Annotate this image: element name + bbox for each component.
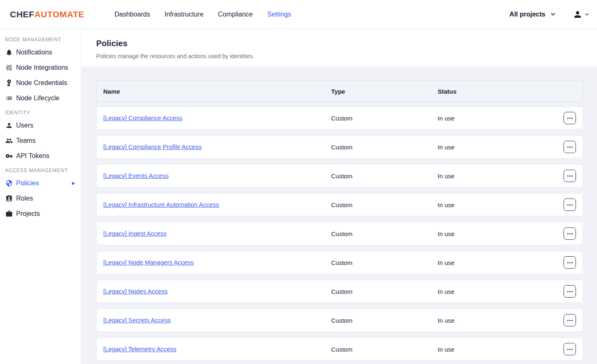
policy-name-link[interactable]: [Legacy] Events Access xyxy=(103,172,168,179)
policy-type: Custom xyxy=(331,144,438,151)
policy-name-link[interactable]: [Legacy] Compliance Access xyxy=(103,114,182,121)
table-row: [Legacy] Infrastructure Automation Acces… xyxy=(96,193,583,216)
policies-table-body: [Legacy] Compliance Access Custom In use… xyxy=(96,106,583,361)
sidebar-item-node-credentials[interactable]: Node Credentials xyxy=(0,75,81,90)
sidebar-item-teams[interactable]: Teams xyxy=(0,133,81,148)
bell-icon xyxy=(5,48,13,57)
policy-status: In use xyxy=(438,115,564,122)
table-row: [Legacy] Compliance Profile Access Custo… xyxy=(96,135,583,158)
policy-type: Custom xyxy=(331,230,438,237)
key-icon xyxy=(5,152,13,160)
nav-settings[interactable]: Settings xyxy=(267,11,291,18)
sidebar-item-roles[interactable]: Roles xyxy=(0,191,81,206)
sidebar-item-label: Projects xyxy=(16,210,40,217)
table-row: [Legacy] Secrets Access Custom In use xyxy=(96,309,583,332)
user-avatar-icon xyxy=(573,9,583,19)
primary-nav: Dashboards Infrastructure Compliance Set… xyxy=(114,11,291,18)
policy-type: Custom xyxy=(331,288,438,295)
sidebar-item-label: Node Lifecycle xyxy=(16,95,59,102)
sidebar-item-node-lifecycle[interactable]: Node Lifecycle xyxy=(0,90,81,106)
people-icon xyxy=(5,137,13,145)
sidebar-item-notifications[interactable]: Notifications xyxy=(0,45,81,60)
policy-status: In use xyxy=(438,259,564,266)
row-more-options-button[interactable] xyxy=(564,314,576,326)
policy-type: Custom xyxy=(331,317,438,324)
row-more-options-button[interactable] xyxy=(564,141,576,153)
person-icon xyxy=(5,121,13,130)
projects-filter-label: All projects xyxy=(509,11,545,18)
row-more-options-button[interactable] xyxy=(564,170,576,182)
sidebar-item-api-tokens[interactable]: API Tokens xyxy=(0,148,81,163)
policies-table-header: Name Type Status xyxy=(96,80,583,102)
table-row: [Legacy] Events Access Custom In use xyxy=(96,164,583,187)
row-more-options-button[interactable] xyxy=(564,112,576,124)
chevron-down-icon xyxy=(585,13,589,16)
policy-status: In use xyxy=(438,173,564,180)
sidebar-item-users[interactable]: Users xyxy=(0,118,81,133)
logo-chef-text: CHEF xyxy=(10,9,34,19)
sidebar-section-access-management: ACCESS MANAGEMENT xyxy=(5,165,81,175)
row-more-options-button[interactable] xyxy=(564,343,576,355)
row-more-options-button[interactable] xyxy=(564,227,576,240)
column-header-type: Type xyxy=(331,88,438,95)
policy-status: In use xyxy=(438,346,564,353)
policy-status: In use xyxy=(438,144,564,151)
row-more-options-button[interactable] xyxy=(564,256,576,269)
policy-status: In use xyxy=(438,317,564,324)
policy-type: Custom xyxy=(331,115,438,122)
nav-dashboards[interactable]: Dashboards xyxy=(114,11,150,18)
column-header-status: Status xyxy=(438,88,564,95)
policy-name-link[interactable]: [Legacy] Compliance Profile Access xyxy=(103,143,201,150)
settings-sidebar: NODE MANAGEMENT Notifications Node Integ… xyxy=(0,29,81,364)
table-row: [Legacy] Nodes Access Custom In use xyxy=(96,280,583,303)
policy-name-link[interactable]: [Legacy] Infrastructure Automation Acces… xyxy=(103,201,219,208)
more-options-icon xyxy=(567,175,573,177)
policy-name-link[interactable]: [Legacy] Ingest Access xyxy=(103,230,166,237)
sidebar-item-label: Notifications xyxy=(16,49,52,56)
projects-filter-dropdown[interactable]: All projects xyxy=(509,11,555,18)
policy-type: Custom xyxy=(331,346,438,353)
policy-name-link[interactable]: [Legacy] Node Managers Access xyxy=(103,259,194,266)
sidebar-item-label: Node Credentials xyxy=(16,79,67,87)
sidebar-item-node-integrations[interactable]: Node Integrations xyxy=(0,60,81,75)
shield-icon xyxy=(5,179,13,187)
policy-name-link[interactable]: [Legacy] Telemetry Access xyxy=(103,345,176,352)
policy-name-link[interactable]: [Legacy] Nodes Access xyxy=(103,288,168,295)
sidebar-item-label: Roles xyxy=(16,195,33,202)
row-more-options-button[interactable] xyxy=(564,199,576,211)
sidebar-item-label: Node Integrations xyxy=(16,64,68,71)
more-options-icon xyxy=(567,262,573,263)
sliders-icon xyxy=(5,64,13,72)
user-menu[interactable] xyxy=(573,9,589,19)
page-description: Policies manage the resources and action… xyxy=(96,53,597,59)
sidebar-item-label: Teams xyxy=(16,137,36,144)
column-header-name: Name xyxy=(103,88,331,95)
sidebar-item-policies[interactable]: Policies ▶ xyxy=(0,175,81,191)
table-row: [Legacy] Compliance Access Custom In use xyxy=(96,106,583,130)
page-header: Policies Policies manage the resources a… xyxy=(82,29,597,66)
sidebar-item-label: Users xyxy=(16,122,33,129)
more-options-icon xyxy=(567,320,573,321)
row-more-options-button[interactable] xyxy=(564,285,576,298)
more-options-icon xyxy=(567,291,573,292)
sidebar-item-label: Policies xyxy=(16,180,39,187)
nav-infrastructure[interactable]: Infrastructure xyxy=(165,11,204,18)
table-row: [Legacy] Ingest Access Custom In use xyxy=(96,222,583,245)
nav-compliance[interactable]: Compliance xyxy=(218,11,253,18)
sidebar-item-label: API Tokens xyxy=(16,152,50,160)
more-options-icon xyxy=(567,147,573,148)
key-vertical-icon xyxy=(5,79,13,87)
chef-automate-logo[interactable]: CHEFAUTOMATE xyxy=(10,9,84,19)
table-row: [Legacy] Telemetry Access Custom In use xyxy=(96,338,583,361)
policy-status: In use xyxy=(438,230,564,237)
policy-name-link[interactable]: [Legacy] Secrets Access xyxy=(103,317,171,324)
more-options-icon xyxy=(567,204,573,206)
more-options-icon xyxy=(567,118,573,119)
sidebar-item-projects[interactable]: Projects xyxy=(0,206,81,221)
policy-type: Custom xyxy=(331,201,438,208)
topnav-right: All projects xyxy=(509,9,589,19)
main-content: Policies Policies manage the resources a… xyxy=(82,29,597,364)
list-icon xyxy=(5,94,13,102)
more-options-icon xyxy=(567,349,573,350)
policy-type: Custom xyxy=(331,259,438,266)
